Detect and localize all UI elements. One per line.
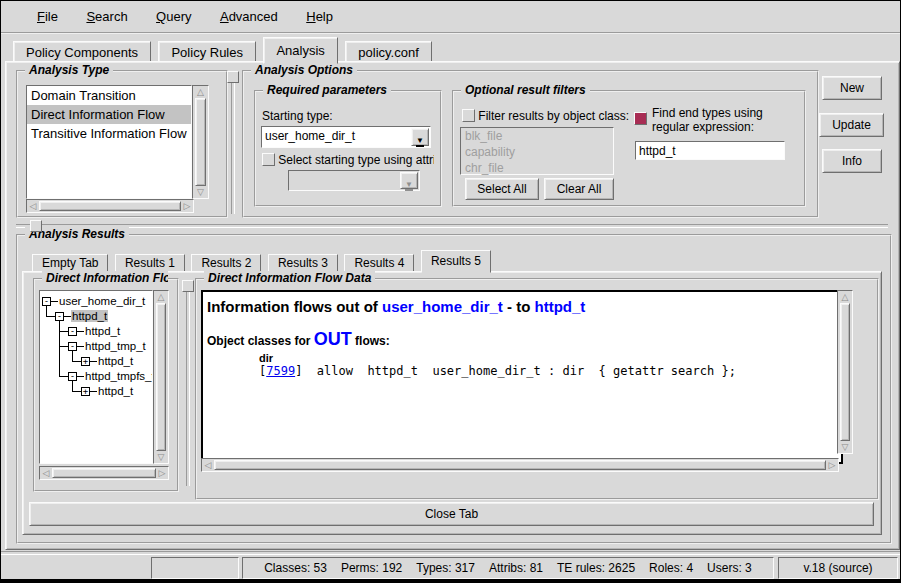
flow-tree[interactable]: -user_home_dir_t -httpd_t -httpd_t -http… bbox=[39, 290, 153, 464]
regex-input[interactable] bbox=[635, 141, 785, 160]
results-page: Direct Information Flow Tree bbox=[22, 271, 882, 535]
scroll-thumb[interactable] bbox=[52, 468, 156, 478]
tree-hscrollbar[interactable]: ◁ ▷ bbox=[39, 466, 169, 480]
analysis-page: Analysis Type Domain Transition Direct I… bbox=[5, 61, 900, 550]
tree-node-label[interactable]: httpd_t bbox=[84, 325, 121, 337]
regex-checkbox-label: Find end types using regular expression: bbox=[652, 106, 786, 134]
scroll-up-icon[interactable]: △ bbox=[838, 291, 852, 303]
tree-node-label[interactable]: httpd_t bbox=[97, 385, 134, 397]
pane-sash[interactable] bbox=[231, 82, 235, 214]
filter-by-class-label: Filter results by object class: bbox=[478, 109, 629, 123]
scroll-thumb[interactable] bbox=[156, 303, 166, 451]
select-all-button[interactable]: Select All bbox=[465, 178, 539, 200]
rule-number-link[interactable]: 7599 bbox=[266, 364, 295, 378]
status-empty-box bbox=[151, 557, 239, 579]
menu-file[interactable]: File bbox=[25, 7, 70, 26]
tree-node[interactable]: +httpd_t bbox=[40, 384, 152, 399]
expander-icon[interactable]: - bbox=[68, 372, 77, 381]
clear-all-button[interactable]: Clear All bbox=[544, 178, 614, 200]
scroll-thumb[interactable] bbox=[39, 201, 181, 211]
flow-tree-frame: Direct Information Flow Tree bbox=[33, 278, 179, 492]
optional-result-filters-frame: Optional result filters Filter results b… bbox=[452, 90, 806, 207]
analysis-options-title: Analysis Options bbox=[251, 63, 357, 77]
menu-help[interactable]: Help bbox=[294, 7, 345, 26]
analysis-type-listbox[interactable]: Domain Transition Direct Information Flo… bbox=[26, 85, 192, 199]
scroll-right-icon[interactable]: ▷ bbox=[826, 459, 838, 471]
stat-types: Types: 317 bbox=[409, 561, 482, 575]
update-button[interactable]: Update bbox=[819, 113, 884, 137]
scroll-down-icon[interactable]: ▽ bbox=[193, 186, 208, 198]
expander-icon[interactable]: - bbox=[68, 342, 77, 351]
flow-data-title: Direct Information Flow Data bbox=[204, 271, 375, 285]
tree-node[interactable]: -user_home_dir_t bbox=[40, 294, 152, 309]
stat-roles: Roles: 4 bbox=[642, 561, 700, 575]
scroll-down-icon[interactable]: ▽ bbox=[838, 441, 852, 453]
stat-users: Users: 3 bbox=[700, 561, 759, 575]
scroll-down-icon[interactable]: ▽ bbox=[154, 451, 168, 463]
scroll-right-icon[interactable]: ▷ bbox=[156, 467, 168, 479]
scroll-thumb[interactable] bbox=[195, 98, 206, 186]
menu-search[interactable]: Search bbox=[74, 7, 139, 26]
expander-icon[interactable]: - bbox=[68, 327, 77, 336]
scroll-left-icon[interactable]: ◁ bbox=[202, 459, 214, 471]
regex-checkbox[interactable] bbox=[634, 112, 647, 125]
tree-node-label[interactable]: httpd_tmpfs_t bbox=[84, 370, 153, 382]
new-button[interactable]: New bbox=[822, 76, 882, 100]
analysis-type-vscrollbar[interactable]: △ ▽ bbox=[192, 85, 209, 199]
expander-icon[interactable]: + bbox=[81, 387, 90, 396]
list-item[interactable]: Transitive Information Flow bbox=[27, 124, 191, 143]
menu-advanced[interactable]: Advanced bbox=[208, 7, 290, 26]
tree-node[interactable]: -httpd_tmp_t bbox=[40, 339, 152, 354]
tree-node-label[interactable]: httpd_t bbox=[97, 355, 134, 367]
tab-results-5[interactable]: Results 5 bbox=[421, 250, 491, 273]
list-item-selected[interactable]: Direct Information Flow bbox=[27, 105, 191, 124]
tree-node-label[interactable]: user_home_dir_t bbox=[58, 295, 146, 307]
attrib-checkbox-row[interactable]: Select starting type using attrib: bbox=[262, 152, 434, 167]
tree-data-sash[interactable] bbox=[186, 291, 190, 486]
tree-node[interactable]: -httpd_tmpfs_t bbox=[40, 369, 152, 384]
info-button[interactable]: Info bbox=[822, 149, 882, 173]
expander-icon[interactable]: + bbox=[81, 357, 90, 366]
starting-type-combobox[interactable]: user_home_dir_t ▼ bbox=[261, 126, 431, 148]
scroll-right-icon[interactable]: ▷ bbox=[181, 200, 193, 212]
scroll-left-icon[interactable]: ◁ bbox=[40, 467, 52, 479]
policy-stats: Classes: 53Perms: 192Types: 317Attribs: … bbox=[242, 557, 774, 579]
scroll-thumb[interactable] bbox=[840, 303, 850, 441]
analysis-results-frame: Analysis Results Empty Tab Results 1 Res… bbox=[16, 234, 892, 544]
regex-checkbox-row[interactable]: Find end types using regular expression: bbox=[634, 106, 786, 134]
filter-by-class-checkbox[interactable] bbox=[462, 109, 475, 122]
menu-query[interactable]: Query bbox=[144, 7, 203, 26]
expander-icon[interactable]: - bbox=[42, 297, 51, 306]
close-tab-button[interactable]: Close Tab bbox=[29, 502, 874, 526]
combobox-dropdown-button-disabled: ▼ bbox=[400, 172, 418, 189]
list-item-disabled: chr_file bbox=[461, 160, 613, 176]
flow-data-frame: Direct Information Flow Data Information… bbox=[195, 278, 879, 500]
expander-icon[interactable]: - bbox=[55, 312, 64, 321]
tree-node[interactable]: -httpd_t bbox=[40, 324, 152, 339]
flow-data-textarea[interactable]: Information flows out of user_home_dir_t… bbox=[201, 290, 843, 464]
tree-node[interactable]: -httpd_t bbox=[40, 309, 152, 324]
tree-node[interactable]: +httpd_t bbox=[40, 354, 152, 369]
scroll-left-icon[interactable]: ◁ bbox=[27, 200, 39, 212]
starting-type-value: user_home_dir_t bbox=[265, 129, 355, 143]
filter-checkbox-row[interactable]: Filter results by object class: bbox=[462, 108, 629, 123]
scroll-up-icon[interactable]: △ bbox=[193, 86, 208, 98]
scroll-up-icon[interactable]: △ bbox=[154, 291, 168, 303]
scroll-thumb[interactable] bbox=[214, 460, 826, 470]
tree-node-label[interactable]: httpd_tmp_t bbox=[84, 340, 147, 352]
data-hscrollbar[interactable]: ◁ ▷ bbox=[201, 458, 839, 472]
tree-data-sash-handle[interactable] bbox=[182, 280, 194, 292]
results-sash-handle[interactable] bbox=[30, 220, 42, 232]
data-vscrollbar[interactable]: △ ▽ bbox=[837, 290, 853, 454]
tab-analysis[interactable]: Analysis bbox=[263, 37, 337, 64]
pane-sash-handle[interactable] bbox=[227, 71, 239, 83]
list-item[interactable]: Domain Transition bbox=[27, 86, 191, 105]
tree-node-label-selected[interactable]: httpd_t bbox=[71, 310, 108, 322]
results-sash[interactable] bbox=[16, 224, 888, 228]
list-item-disabled: capability bbox=[461, 144, 613, 160]
attrib-checkbox[interactable] bbox=[262, 153, 275, 166]
source-type: user_home_dir_t bbox=[382, 298, 503, 315]
analysis-type-hscrollbar[interactable]: ◁ ▷ bbox=[26, 199, 194, 213]
combobox-dropdown-button[interactable]: ▼ bbox=[411, 128, 429, 146]
tree-vscrollbar[interactable]: △ ▽ bbox=[153, 290, 169, 464]
